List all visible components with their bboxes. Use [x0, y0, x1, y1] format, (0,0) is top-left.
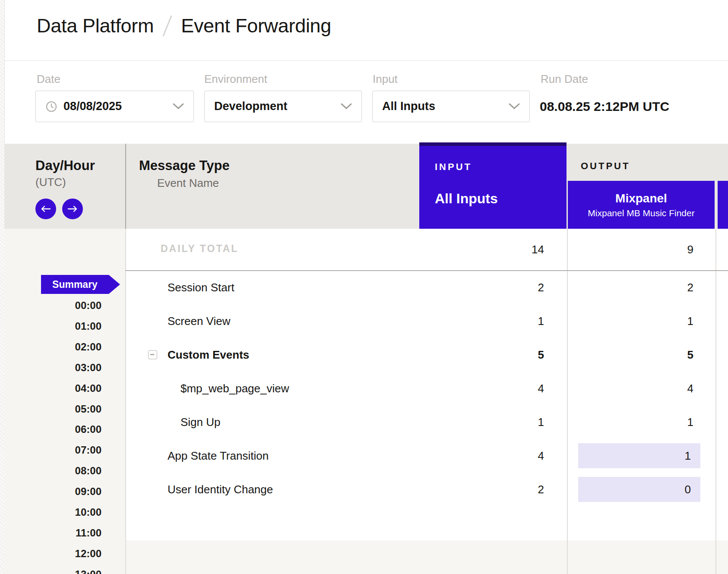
hour-label[interactable]: 07:00 [75, 444, 101, 456]
environment-filter-label: Environment [204, 73, 267, 86]
hour-label[interactable]: 04:00 [75, 382, 101, 394]
hour-label[interactable]: 13:00 [75, 568, 101, 574]
chevron-down-icon [509, 103, 520, 110]
environment-value: Development [214, 100, 288, 113]
next-day-button[interactable] [62, 199, 83, 219]
chevron-down-icon [173, 103, 184, 110]
input-count-value: 4 [538, 382, 544, 395]
hour-label[interactable]: 05:00 [75, 403, 101, 415]
previous-day-button[interactable] [35, 199, 56, 219]
table-row: App State Transition41 [125, 439, 728, 473]
hour-label[interactable]: 08:00 [75, 465, 101, 477]
run-date-label: Run Date [541, 73, 588, 86]
event-name-label: User Identity Change [168, 483, 273, 496]
input-count-value: 2 [538, 483, 544, 496]
output-connection-detail: Mixpanel MB Music Finder [588, 208, 694, 218]
breadcrumb: Data Platform Event Forwarding [37, 15, 331, 37]
output-count-highlight-cell[interactable]: 1 [578, 443, 700, 468]
event-forwarding-page: Data Platform Event Forwarding Date Envi… [0, 0, 728, 574]
event-name-subheader: Event Name [157, 177, 219, 190]
hour-label[interactable]: 10:00 [75, 506, 101, 518]
output-connection-name: Mixpanel [615, 192, 667, 205]
table-row: Screen View11 [125, 304, 728, 338]
summary-badge[interactable]: Summary [41, 275, 120, 294]
input-count-value: 4 [538, 449, 544, 463]
day-hour-subtitle: (UTC) [35, 176, 66, 189]
event-name-label: $mp_web_page_view [180, 382, 289, 395]
environment-dropdown[interactable]: Development [204, 91, 362, 122]
arrow-left-icon [41, 205, 51, 212]
clock-icon [45, 101, 57, 113]
input-column-header[interactable]: INPUT All Inputs [419, 142, 567, 229]
day-hour-header: Day/Hour [35, 158, 95, 173]
input-group-label: INPUT [435, 161, 472, 173]
event-name-label: App State Transition [168, 449, 269, 463]
output-count-value: 5 [687, 348, 693, 362]
breadcrumb-slash-icon [163, 15, 172, 36]
input-dropdown[interactable]: All Inputs [372, 91, 530, 122]
collapse-minus-icon[interactable] [148, 350, 157, 360]
event-name-label: Custom Events [168, 348, 249, 362]
output-count-value: 0 [685, 483, 691, 496]
header-divider [4, 60, 728, 61]
date-dropdown[interactable]: 08/08/2025 [35, 91, 194, 122]
output-column-header-next-partial[interactable] [718, 181, 728, 229]
output-column-header-mixpanel[interactable]: Mixpanel Mixpanel MB Music Finder [568, 181, 715, 229]
hour-label[interactable]: 02:00 [75, 341, 101, 353]
daily-total-label: DAILY TOTAL [161, 243, 238, 255]
column-divider-header [125, 144, 126, 229]
output-count-value: 4 [687, 382, 693, 395]
input-count-value: 1 [538, 416, 544, 429]
breadcrumb-section[interactable]: Data Platform [37, 15, 154, 37]
event-name-label: Sign Up [180, 416, 221, 429]
daily-total-input-value: 14 [532, 243, 544, 256]
run-date-value: 08.08.25 2:12PM UTC [540, 99, 669, 114]
output-count-highlight-cell[interactable]: 0 [578, 477, 700, 502]
message-type-header: Message Type [139, 158, 230, 173]
table-row: Sign Up11 [125, 405, 728, 439]
table-footer-band [125, 540, 728, 574]
input-count-value: 5 [538, 348, 544, 362]
table-row: Custom Events55 [125, 338, 728, 372]
input-filter-label: Input [373, 73, 398, 86]
output-count-value: 1 [685, 449, 691, 463]
input-count-value: 2 [538, 281, 544, 294]
hour-label[interactable]: 03:00 [75, 362, 101, 374]
output-count-value: 1 [687, 315, 693, 328]
summary-badge-label: Summary [52, 279, 98, 290]
table-row: $mp_web_page_view44 [125, 372, 728, 405]
input-value: All Inputs [382, 100, 435, 113]
hour-label[interactable]: 01:00 [75, 320, 101, 332]
arrow-right-icon [67, 205, 78, 212]
date-filter-label: Date [37, 73, 60, 86]
hour-label[interactable]: 00:00 [75, 300, 101, 312]
input-column-title: All Inputs [435, 191, 498, 207]
input-column-top-strip [419, 142, 567, 146]
table-row: User Identity Change20 [125, 473, 728, 506]
output-count-value: 1 [687, 416, 693, 429]
hour-label[interactable]: 06:00 [75, 423, 101, 435]
event-name-label: Screen View [168, 315, 231, 328]
input-count-value: 1 [538, 315, 544, 328]
event-name-label: Session Start [168, 281, 234, 294]
output-group-label: OUTPUT [581, 161, 630, 172]
table-row: Session Start22 [125, 271, 728, 304]
hour-label[interactable]: 12:00 [75, 548, 101, 560]
chevron-down-icon [341, 103, 352, 110]
hour-label[interactable]: 09:00 [75, 486, 101, 498]
summary-badge-arrow-icon [109, 275, 120, 294]
output-count-value: 2 [687, 281, 693, 294]
hour-label[interactable]: 11:00 [76, 527, 101, 539]
page-title: Event Forwarding [181, 15, 331, 37]
date-value: 08/08/2025 [63, 100, 122, 113]
daily-total-output-value: 9 [687, 243, 693, 256]
